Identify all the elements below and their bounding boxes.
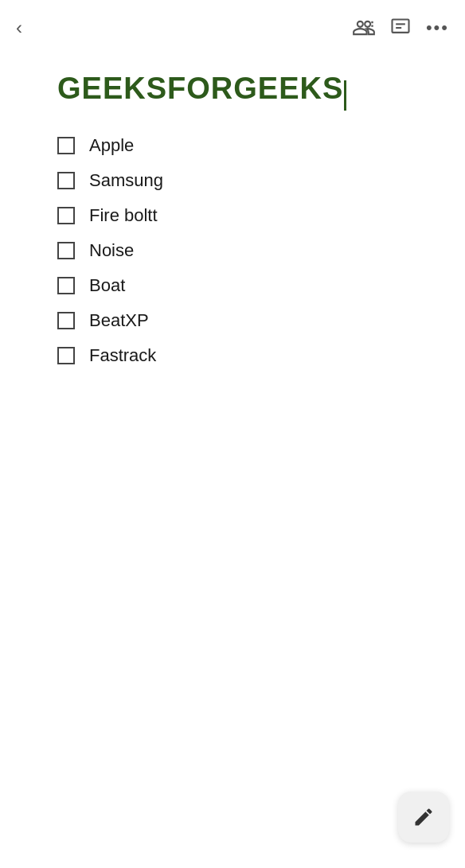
item-label: Fastrack [89,345,156,366]
list-item[interactable]: Noise [57,233,408,268]
checkbox[interactable] [57,137,75,154]
item-label: Apple [89,135,134,156]
list-item[interactable]: Boat [57,268,408,303]
checklist: AppleSamsungFire bolttNoiseBoatBeatXPFas… [57,128,408,373]
pencil-icon [412,806,435,828]
list-item[interactable]: Fire boltt [57,198,408,233]
checkbox[interactable] [57,277,75,294]
top-bar-right: ••• [353,17,449,39]
app-title: GEEKSFORGEEKS [57,72,343,106]
app-title-container: GEEKSFORGEEKS [57,72,408,128]
list-item[interactable]: Samsung [57,163,408,198]
item-label: Boat [89,275,125,296]
comment-button[interactable] [389,17,412,39]
checkbox[interactable] [57,312,75,329]
item-label: BeatXP [89,310,149,331]
text-cursor [344,80,346,111]
checkbox[interactable] [57,172,75,189]
add-user-icon [353,17,375,39]
svg-rect-0 [392,20,408,33]
checkbox[interactable] [57,207,75,224]
item-label: Fire boltt [89,205,158,226]
list-item[interactable]: Apple [57,128,408,163]
add-user-button[interactable] [353,17,375,39]
top-bar-left: ‹ [16,17,22,39]
comment-icon [389,17,412,39]
edit-fab-button[interactable] [398,792,449,843]
item-label: Noise [89,240,134,261]
top-bar: ‹ ••• [0,0,465,56]
main-content: GEEKSFORGEEKS AppleSamsungFire bolttNois… [0,56,465,389]
list-item[interactable]: BeatXP [57,303,408,338]
list-item[interactable]: Fastrack [57,338,408,373]
more-options-button[interactable]: ••• [426,18,449,38]
checkbox[interactable] [57,347,75,364]
item-label: Samsung [89,170,163,191]
checkbox[interactable] [57,242,75,259]
back-button[interactable]: ‹ [16,17,22,39]
